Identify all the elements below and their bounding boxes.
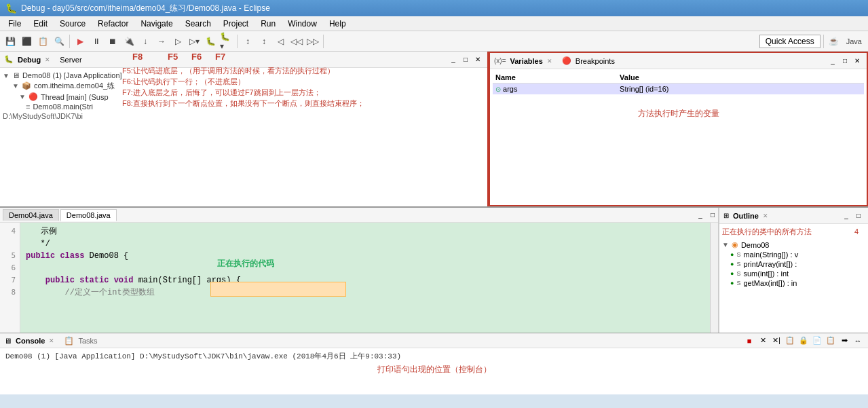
editor-maximize-icon[interactable]: □	[707, 210, 718, 221]
tree-expand-icon-2: ▼	[12, 82, 19, 90]
debug-minimize-icon[interactable]: _	[448, 54, 459, 65]
var-col-value: Value	[617, 72, 864, 84]
outline-item-sum: ● S sum(int[]) : int	[730, 269, 865, 278]
debug-maximize-icon[interactable]: □	[460, 54, 471, 65]
title-text: Debug - day05/src/com/itheima/demo04_练习/…	[21, 3, 270, 14]
toolbar-stepover-btn[interactable]: →	[154, 34, 169, 49]
toolbar-last-edit-btn[interactable]: ◁	[273, 34, 288, 49]
tasks-tab[interactable]: Tasks	[78, 337, 97, 345]
outline-main-text: main(String[]) : v	[743, 251, 798, 259]
console-annotation: 打印语句出现的位置（控制台）	[5, 364, 863, 375]
console-copy-btn[interactable]: 📋	[784, 335, 796, 347]
console-expand-btn[interactable]: ↔	[852, 335, 864, 347]
toolbar-disconnect-btn[interactable]: 🔌	[121, 34, 136, 49]
highlight-box	[210, 282, 346, 297]
toolbar-resume-btn[interactable]: ▶	[73, 34, 88, 49]
console-stop-btn[interactable]: ■	[743, 335, 755, 347]
outline-item-printarray: ● S printArray(int[]) :	[730, 259, 865, 269]
toolbar-java-btn[interactable]: ☕	[827, 34, 842, 49]
outline-s-3: S	[736, 270, 740, 277]
outline-method-dot-4: ●	[730, 280, 734, 286]
var-icon-args: ⊙	[495, 86, 501, 93]
outline-sum-text: sum(int[]) : int	[743, 270, 789, 278]
var-minimize-icon[interactable]: _	[827, 56, 838, 67]
toolbar-prev-annotation-btn[interactable]: ↕	[257, 34, 271, 49]
var-maximize-icon[interactable]: □	[839, 56, 850, 67]
editor-section: Demo04.java Demo08.java _ □ 4 5 6 7 8	[0, 208, 868, 333]
toolbar-btn-2[interactable]: 📋	[35, 34, 50, 49]
toolbar-stepinto-btn[interactable]: ↓	[138, 34, 153, 49]
toolbar-btn-run[interactable]: ▷	[170, 34, 185, 49]
console-body: Demo08 (1) [Java Application] D:\MyStudy…	[0, 348, 868, 394]
menu-source[interactable]: Source	[54, 18, 91, 30]
toolbar-suspend-btn[interactable]: ⏸	[89, 34, 104, 49]
console-close-btn[interactable]: ✕	[757, 335, 769, 347]
outline-printarray-text: printArray(int[]) :	[743, 260, 797, 268]
toolbar-java-label[interactable]: Java	[843, 34, 865, 49]
debug-close-btn[interactable]: ✕	[472, 54, 483, 65]
var-close-btn[interactable]: ✕	[852, 56, 863, 67]
var-args-text: args	[503, 85, 517, 93]
outline-method-dot-3: ●	[730, 270, 734, 277]
title-bar: 🐛 Debug - day05/src/com/itheima/demo04_练…	[0, 0, 868, 16]
toolbar-btn-3[interactable]: 🔍	[52, 34, 67, 49]
toolbar-save-btn[interactable]: 💾	[3, 34, 18, 49]
tree-item-package: ▼ 📦 com.itheima.demo04_练	[3, 80, 485, 92]
menu-file[interactable]: File	[3, 18, 26, 30]
editor-minimize-icon[interactable]: _	[695, 210, 706, 221]
console-tab[interactable]: Console	[16, 337, 45, 345]
editor-body[interactable]: 4 5 6 7 8 示例 */ public class Demo08 { pu…	[0, 223, 718, 333]
outline-maximize-icon[interactable]: □	[853, 210, 864, 221]
editor-scrollbar[interactable]	[710, 223, 718, 333]
variables-panel: (x)= Variables ✕ 🔴 Breakpoints _ □ ✕	[489, 52, 868, 206]
console-newpage-btn[interactable]: 📄	[811, 335, 823, 347]
line-num-6: 6	[4, 262, 16, 274]
menu-search[interactable]: Search	[180, 18, 216, 30]
debug-panel-body: ▼ 🖥 Demo08 (1) [Java Application] ▼ 📦 co…	[0, 68, 487, 206]
outline-s-1: S	[736, 251, 740, 258]
console-lock-btn[interactable]: 🔒	[797, 335, 810, 347]
menu-help[interactable]: Help	[324, 18, 352, 30]
outline-annotation: 正在执行的类中的所有方法 4	[722, 227, 865, 237]
toolbar-sep-4	[823, 35, 824, 48]
breakpoints-icon: 🔴	[562, 56, 571, 65]
variables-table: Name Value ⊙ args String[] (id=16)	[493, 72, 864, 94]
table-row: ⊙ args String[] (id=16)	[493, 84, 864, 95]
console-header: 🖥 Console ✕ 📋 Tasks ■ ✕ ✕| 📋 🔒 📄 📋 ➡ ↔	[0, 333, 868, 348]
f6-label: F6	[191, 52, 202, 62]
menu-navigate[interactable]: Navigate	[135, 18, 178, 30]
console-toolbar: ■ ✕ ✕| 📋 🔒 📄 📋 ➡ ↔	[743, 335, 864, 347]
toolbar-btn-1[interactable]: ⬛	[19, 34, 34, 49]
toolbar-debug-btn[interactable]: 🐛	[203, 34, 218, 49]
variables-panel-controls: _ □ ✕	[827, 56, 863, 67]
var-value-args: String[] (id=16)	[617, 84, 864, 95]
tab-demo08[interactable]: Demo08.java	[60, 209, 117, 221]
toolbar-stop-btn[interactable]: ⏹	[105, 34, 120, 49]
variables-annotation: 方法执行时产生的变量	[493, 108, 864, 119]
code-content[interactable]: 示例 */ public class Demo08 { public stati…	[20, 223, 710, 333]
console-paste-btn[interactable]: 📋	[825, 335, 837, 347]
f8-label: F8	[132, 52, 143, 62]
console-clear-btn[interactable]: ✕|	[770, 335, 782, 347]
tab-demo04[interactable]: Demo04.java	[3, 209, 59, 221]
toolbar-back-btn[interactable]: ◁◁	[289, 34, 304, 49]
outline-minimize-icon[interactable]: _	[841, 210, 852, 221]
line-num-8: 8	[4, 286, 16, 299]
menu-window[interactable]: Window	[282, 18, 322, 30]
outline-panel: ⊞ Outline ✕ _ □ 正在执行的类中的所有方法 4 ▼ ◉	[719, 208, 868, 333]
menu-run[interactable]: Run	[255, 18, 281, 30]
outline-close-icon: ✕	[763, 212, 768, 219]
variables-panel-header: (x)= Variables ✕ 🔴 Breakpoints _ □ ✕	[490, 53, 867, 69]
outline-panel-controls: _ □	[841, 210, 864, 221]
debug-tree: ▼ 🖥 Demo08 (1) [Java Application] ▼ 📦 co…	[3, 71, 485, 121]
toolbar-debug-ext-btn[interactable]: 🐛▾	[219, 34, 234, 49]
toolbar-forward-btn[interactable]: ▷▷	[305, 34, 320, 49]
debug-panel-header: 🐛 Debug ✕ Server _ □ ✕	[0, 52, 487, 68]
quick-access-button[interactable]: Quick Access	[759, 35, 820, 48]
menu-project[interactable]: Project	[218, 18, 254, 30]
toolbar-next-annotation-btn[interactable]: ↕	[240, 34, 255, 49]
toolbar-run-ext-btn[interactable]: ▷▾	[187, 34, 202, 49]
console-arrow-btn[interactable]: ➡	[838, 335, 850, 347]
menu-refactor[interactable]: Refactor	[92, 18, 134, 30]
menu-edit[interactable]: Edit	[28, 18, 53, 30]
